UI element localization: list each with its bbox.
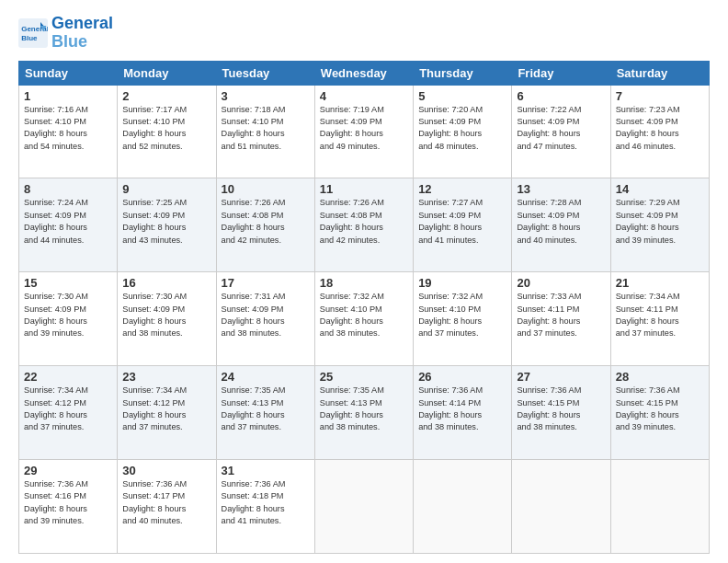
empty-cell <box>314 460 413 554</box>
day-info: Sunrise: 7:35 AM Sunset: 4:13 PM Dayligh… <box>222 385 310 433</box>
day-number: 5 <box>418 89 506 103</box>
day-info: Sunrise: 7:36 AM Sunset: 4:15 PM Dayligh… <box>616 385 704 433</box>
header: General Blue GeneralBlue <box>18 15 710 52</box>
day-number: 4 <box>320 89 408 103</box>
day-number: 1 <box>24 89 112 103</box>
calendar-day-6: 6Sunrise: 7:22 AM Sunset: 4:09 PM Daylig… <box>512 85 610 178</box>
calendar-day-4: 4Sunrise: 7:19 AM Sunset: 4:09 PM Daylig… <box>314 85 413 178</box>
svg-text:Blue: Blue <box>21 34 38 42</box>
day-number: 27 <box>517 370 605 384</box>
day-number: 23 <box>122 370 210 384</box>
calendar-day-22: 22Sunrise: 7:34 AM Sunset: 4:12 PM Dayli… <box>19 366 118 460</box>
empty-cell <box>414 460 512 554</box>
day-info: Sunrise: 7:25 AM Sunset: 4:09 PM Dayligh… <box>122 197 210 246</box>
day-info: Sunrise: 7:31 AM Sunset: 4:09 PM Dayligh… <box>222 291 310 339</box>
calendar-week-2: 8Sunrise: 7:24 AM Sunset: 4:09 PM Daylig… <box>19 178 710 272</box>
day-number: 6 <box>517 89 605 103</box>
day-number: 18 <box>320 276 408 290</box>
day-info: Sunrise: 7:36 AM Sunset: 4:14 PM Dayligh… <box>418 385 506 433</box>
day-number: 22 <box>24 370 112 384</box>
day-info: Sunrise: 7:18 AM Sunset: 4:10 PM Dayligh… <box>222 104 310 153</box>
weekday-header-friday: Friday <box>512 61 610 85</box>
calendar-day-9: 9Sunrise: 7:25 AM Sunset: 4:09 PM Daylig… <box>118 178 216 272</box>
day-number: 13 <box>517 182 605 196</box>
calendar-day-10: 10Sunrise: 7:26 AM Sunset: 4:08 PM Dayli… <box>216 178 314 272</box>
weekday-header-monday: Monday <box>118 61 216 85</box>
calendar-day-17: 17Sunrise: 7:31 AM Sunset: 4:09 PM Dayli… <box>216 272 314 366</box>
calendar-week-3: 15Sunrise: 7:30 AM Sunset: 4:09 PM Dayli… <box>19 272 710 366</box>
weekday-header-sunday: Sunday <box>19 61 118 85</box>
weekday-header-thursday: Thursday <box>414 61 512 85</box>
day-info: Sunrise: 7:35 AM Sunset: 4:13 PM Dayligh… <box>320 385 408 433</box>
calendar-day-26: 26Sunrise: 7:36 AM Sunset: 4:14 PM Dayli… <box>414 366 512 460</box>
weekday-header-wednesday: Wednesday <box>314 61 413 85</box>
day-info: Sunrise: 7:36 AM Sunset: 4:15 PM Dayligh… <box>517 385 605 433</box>
calendar-day-24: 24Sunrise: 7:35 AM Sunset: 4:13 PM Dayli… <box>216 366 314 460</box>
day-number: 29 <box>24 464 112 477</box>
calendar-day-23: 23Sunrise: 7:34 AM Sunset: 4:12 PM Dayli… <box>118 366 216 460</box>
day-info: Sunrise: 7:34 AM Sunset: 4:12 PM Dayligh… <box>122 385 210 433</box>
calendar-week-4: 22Sunrise: 7:34 AM Sunset: 4:12 PM Dayli… <box>19 366 710 460</box>
day-number: 12 <box>418 182 506 196</box>
day-info: Sunrise: 7:32 AM Sunset: 4:10 PM Dayligh… <box>320 291 408 339</box>
calendar-day-27: 27Sunrise: 7:36 AM Sunset: 4:15 PM Dayli… <box>512 366 610 460</box>
calendar-day-2: 2Sunrise: 7:17 AM Sunset: 4:10 PM Daylig… <box>118 85 216 178</box>
day-info: Sunrise: 7:36 AM Sunset: 4:18 PM Dayligh… <box>222 478 310 527</box>
calendar-day-12: 12Sunrise: 7:27 AM Sunset: 4:09 PM Dayli… <box>414 178 512 272</box>
day-info: Sunrise: 7:26 AM Sunset: 4:08 PM Dayligh… <box>320 197 408 246</box>
calendar-body: 1Sunrise: 7:16 AM Sunset: 4:10 PM Daylig… <box>19 85 710 553</box>
empty-cell <box>610 460 709 554</box>
calendar-day-14: 14Sunrise: 7:29 AM Sunset: 4:09 PM Dayli… <box>610 178 709 272</box>
day-info: Sunrise: 7:29 AM Sunset: 4:09 PM Dayligh… <box>616 197 704 246</box>
day-info: Sunrise: 7:24 AM Sunset: 4:09 PM Dayligh… <box>24 197 112 246</box>
day-number: 7 <box>616 89 704 103</box>
day-number: 26 <box>418 370 506 384</box>
day-number: 24 <box>222 370 310 384</box>
day-info: Sunrise: 7:30 AM Sunset: 4:09 PM Dayligh… <box>24 291 112 339</box>
day-number: 2 <box>122 89 210 103</box>
calendar-day-18: 18Sunrise: 7:32 AM Sunset: 4:10 PM Dayli… <box>314 272 413 366</box>
calendar-day-28: 28Sunrise: 7:36 AM Sunset: 4:15 PM Dayli… <box>610 366 709 460</box>
day-number: 16 <box>122 276 210 290</box>
weekday-header-saturday: Saturday <box>610 61 709 85</box>
day-info: Sunrise: 7:16 AM Sunset: 4:10 PM Dayligh… <box>24 104 112 153</box>
day-info: Sunrise: 7:20 AM Sunset: 4:09 PM Dayligh… <box>418 104 506 153</box>
logo-icon: General Blue <box>18 18 48 48</box>
calendar-day-1: 1Sunrise: 7:16 AM Sunset: 4:10 PM Daylig… <box>19 85 118 178</box>
calendar-day-19: 19Sunrise: 7:32 AM Sunset: 4:10 PM Dayli… <box>414 272 512 366</box>
calendar-day-31: 31Sunrise: 7:36 AM Sunset: 4:18 PM Dayli… <box>216 460 314 554</box>
day-info: Sunrise: 7:34 AM Sunset: 4:12 PM Dayligh… <box>24 385 112 433</box>
page: General Blue GeneralBlue SundayMondayTue… <box>0 0 728 563</box>
calendar-day-7: 7Sunrise: 7:23 AM Sunset: 4:09 PM Daylig… <box>610 85 709 178</box>
day-number: 8 <box>24 182 112 196</box>
day-number: 17 <box>222 276 310 290</box>
day-info: Sunrise: 7:30 AM Sunset: 4:09 PM Dayligh… <box>122 291 210 339</box>
calendar-week-5: 29Sunrise: 7:36 AM Sunset: 4:16 PM Dayli… <box>19 460 710 554</box>
empty-cell <box>512 460 610 554</box>
calendar-day-30: 30Sunrise: 7:36 AM Sunset: 4:17 PM Dayli… <box>118 460 216 554</box>
day-info: Sunrise: 7:26 AM Sunset: 4:08 PM Dayligh… <box>222 197 310 246</box>
day-info: Sunrise: 7:36 AM Sunset: 4:17 PM Dayligh… <box>122 478 210 527</box>
day-number: 3 <box>222 89 310 103</box>
day-number: 9 <box>122 182 210 196</box>
logo: General Blue GeneralBlue <box>18 15 113 52</box>
calendar-day-3: 3Sunrise: 7:18 AM Sunset: 4:10 PM Daylig… <box>216 85 314 178</box>
day-info: Sunrise: 7:32 AM Sunset: 4:10 PM Dayligh… <box>418 291 506 339</box>
calendar-day-16: 16Sunrise: 7:30 AM Sunset: 4:09 PM Dayli… <box>118 272 216 366</box>
calendar-day-15: 15Sunrise: 7:30 AM Sunset: 4:09 PM Dayli… <box>19 272 118 366</box>
day-info: Sunrise: 7:27 AM Sunset: 4:09 PM Dayligh… <box>418 197 506 246</box>
calendar-day-13: 13Sunrise: 7:28 AM Sunset: 4:09 PM Dayli… <box>512 178 610 272</box>
day-info: Sunrise: 7:22 AM Sunset: 4:09 PM Dayligh… <box>517 104 605 153</box>
calendar-table: SundayMondayTuesdayWednesdayThursdayFrid… <box>18 61 710 554</box>
calendar-day-11: 11Sunrise: 7:26 AM Sunset: 4:08 PM Dayli… <box>314 178 413 272</box>
day-number: 10 <box>222 182 310 196</box>
day-info: Sunrise: 7:36 AM Sunset: 4:16 PM Dayligh… <box>24 478 112 527</box>
day-info: Sunrise: 7:33 AM Sunset: 4:11 PM Dayligh… <box>517 291 605 339</box>
calendar-week-1: 1Sunrise: 7:16 AM Sunset: 4:10 PM Daylig… <box>19 85 710 178</box>
calendar-day-8: 8Sunrise: 7:24 AM Sunset: 4:09 PM Daylig… <box>19 178 118 272</box>
calendar-day-5: 5Sunrise: 7:20 AM Sunset: 4:09 PM Daylig… <box>414 85 512 178</box>
day-number: 19 <box>418 276 506 290</box>
day-number: 14 <box>616 182 704 196</box>
day-number: 31 <box>222 464 310 477</box>
day-number: 28 <box>616 370 704 384</box>
